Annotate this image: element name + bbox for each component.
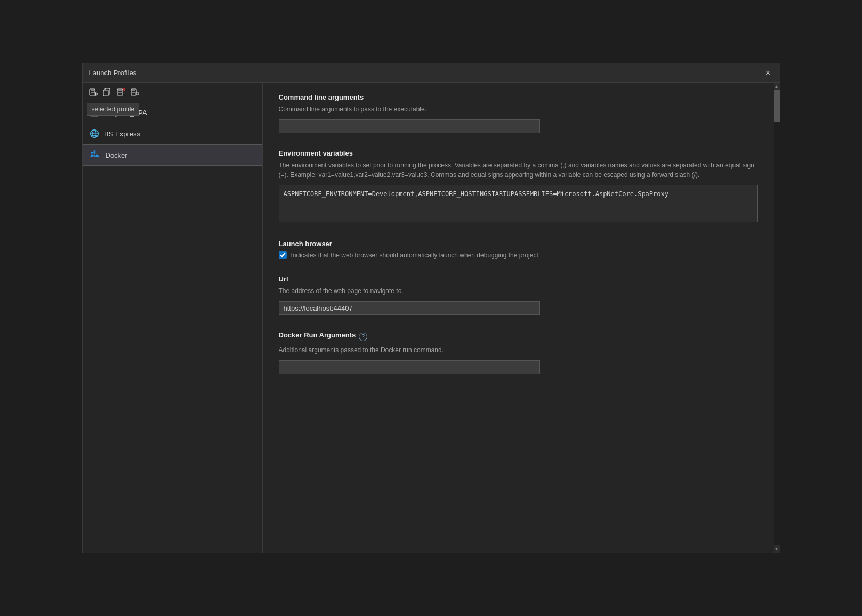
launch-browser-title: Launch browser (279, 240, 758, 248)
scrollbar-thumb[interactable] (774, 90, 780, 122)
command-line-args-input[interactable] (279, 119, 540, 133)
docker-run-args-title: Docker Run Arguments (279, 331, 356, 339)
command-line-args-section: Command line arguments Command line argu… (279, 93, 758, 133)
right-panel: Command line arguments Command line argu… (263, 83, 774, 553)
docker-run-args-help-icon[interactable]: ? (359, 333, 367, 341)
new-profile-icon (89, 88, 98, 96)
profile-list: Projects_SPA IIS Express (83, 102, 262, 553)
launch-browser-checkbox[interactable] (279, 251, 287, 259)
docker-icon (90, 150, 100, 160)
left-panel: selected profile (83, 83, 263, 553)
profile-label: Docker (106, 151, 127, 159)
close-button[interactable]: × (763, 68, 774, 78)
profile-label: IIS Express (105, 130, 140, 138)
env-vars-desc: The environment variables to set prior t… (279, 160, 758, 180)
command-line-args-desc: Command line arguments to pass to the ex… (279, 104, 758, 114)
new-profile-button[interactable] (87, 86, 100, 99)
rename-profile-button[interactable] (128, 86, 141, 99)
rename-icon (131, 88, 139, 96)
url-desc: The address of the web page to navigate … (279, 286, 758, 296)
docker-run-args-input[interactable] (279, 360, 540, 374)
command-line-args-title: Command line arguments (279, 93, 758, 101)
selected-profile-tooltip: selected profile (87, 103, 140, 116)
toolbar: selected profile (83, 83, 262, 102)
svg-rect-7 (103, 90, 108, 96)
svg-rect-25 (91, 155, 93, 156)
copy-profile-button[interactable] (101, 86, 114, 99)
globe-icon (89, 128, 100, 139)
svg-rect-27 (96, 155, 98, 156)
content-area: selected profile (83, 83, 780, 553)
svg-rect-28 (91, 152, 93, 154)
env-vars-section: Environment variables The environment va… (279, 149, 758, 224)
env-vars-input[interactable]: ASPNETCORE_ENVIRONMENT=Development,ASPNE… (279, 185, 758, 222)
docker-run-args-section: Docker Run Arguments ? Additional argume… (279, 331, 758, 374)
launch-browser-row: Indicates that the web browser should au… (279, 251, 758, 259)
title-bar: Launch Profiles × (83, 63, 780, 83)
scroll-up-arrow[interactable]: ▲ (774, 83, 780, 90)
launch-browser-label: Indicates that the web browser should au… (291, 252, 541, 259)
svg-rect-30 (93, 150, 95, 152)
launch-profiles-dialog: Launch Profiles × (82, 63, 780, 553)
dialog-title: Launch Profiles (89, 69, 137, 77)
env-vars-title: Environment variables (279, 149, 758, 157)
tooltip-container: selected profile (87, 86, 100, 99)
docker-run-args-title-row: Docker Run Arguments ? (279, 331, 758, 342)
profile-item-iis-express[interactable]: IIS Express (83, 123, 262, 144)
delete-icon (117, 88, 125, 96)
copy-icon (103, 88, 111, 96)
svg-rect-29 (93, 152, 95, 154)
docker-run-args-desc: Additional arguments passed to the Docke… (279, 345, 758, 355)
profile-item-docker[interactable]: Docker (83, 144, 262, 166)
url-input[interactable] (279, 301, 540, 315)
delete-profile-button[interactable] (115, 86, 127, 99)
url-section: Url The address of the web page to navig… (279, 275, 758, 315)
launch-browser-section: Launch browser Indicates that the web br… (279, 240, 758, 259)
url-title: Url (279, 275, 758, 283)
svg-rect-26 (93, 155, 95, 156)
scrollbar[interactable]: ▲ ▼ (774, 83, 780, 553)
scroll-down-arrow[interactable]: ▼ (774, 545, 780, 553)
